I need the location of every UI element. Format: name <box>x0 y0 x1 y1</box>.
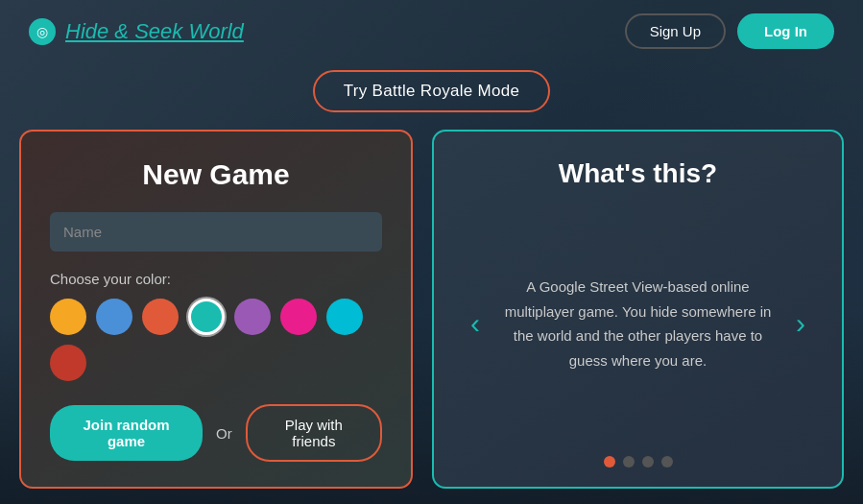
whats-this-content: ‹ A Google Street View-based online mult… <box>463 208 813 439</box>
new-game-title: New Game <box>50 158 382 191</box>
play-with-friends-button[interactable]: Play with friends <box>246 404 382 462</box>
or-label: Or <box>216 425 232 442</box>
new-game-card: New Game Choose your color: Join random … <box>19 130 413 489</box>
carousel-dot-3[interactable] <box>642 456 654 468</box>
logo-text: Hide & Seek World <box>65 19 244 44</box>
login-button[interactable]: Log In <box>737 13 834 49</box>
carousel-dot-4[interactable] <box>661 456 673 468</box>
color-teal[interactable] <box>188 299 225 335</box>
color-red-orange[interactable] <box>142 299 179 335</box>
description-text: A Google Street View-based online multip… <box>499 275 777 372</box>
color-orange[interactable] <box>50 299 86 335</box>
color-options <box>50 299 382 381</box>
carousel-dot-2[interactable] <box>623 456 635 468</box>
carousel-dots <box>604 456 673 468</box>
color-crimson[interactable] <box>50 345 86 381</box>
name-input[interactable] <box>50 212 382 252</box>
logo-icon: ◎ <box>29 18 56 45</box>
carousel-dot-1[interactable] <box>604 456 615 468</box>
main-content: New Game Choose your color: Join random … <box>0 130 863 489</box>
next-arrow-button[interactable]: › <box>788 301 813 346</box>
battle-royale-button[interactable]: Try Battle Royale Mode <box>313 70 551 112</box>
header-buttons: Sign Up Log In <box>625 13 834 49</box>
whats-this-card: What's this? ‹ A Google Street View-base… <box>432 130 844 489</box>
whats-this-title: What's this? <box>559 158 717 189</box>
color-purple[interactable] <box>234 299 271 335</box>
battle-royale-banner: Try Battle Royale Mode <box>0 70 863 112</box>
signup-button[interactable]: Sign Up <box>625 13 726 49</box>
header: ◎ Hide & Seek World Sign Up Log In <box>0 0 863 62</box>
prev-arrow-button[interactable]: ‹ <box>463 301 488 346</box>
game-actions: Join random game Or Play with friends <box>50 404 382 462</box>
join-random-button[interactable]: Join random game <box>50 405 203 461</box>
color-label: Choose your color: <box>50 271 382 287</box>
color-blue[interactable] <box>96 299 132 335</box>
color-pink[interactable] <box>280 299 317 335</box>
logo: ◎ Hide & Seek World <box>29 18 244 45</box>
color-cyan[interactable] <box>326 299 363 335</box>
